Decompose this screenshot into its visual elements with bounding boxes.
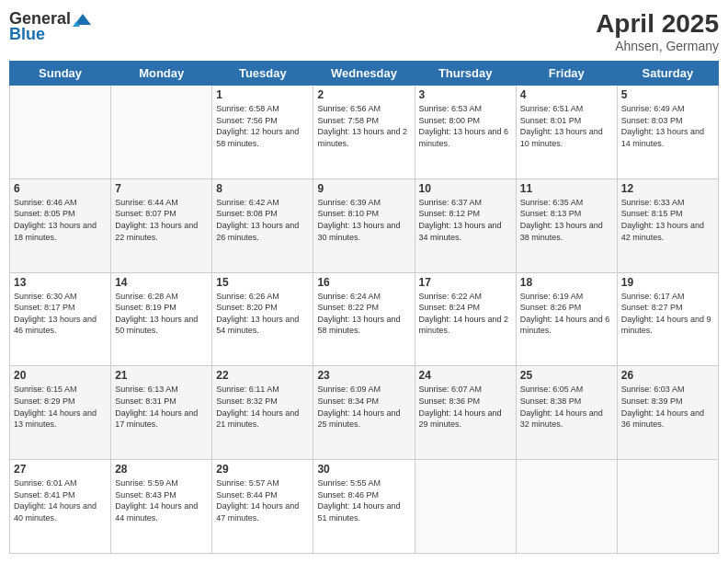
calendar-cell: 11Sunrise: 6:35 AMSunset: 8:13 PMDayligh… (516, 178, 617, 272)
day-number: 25 (520, 369, 613, 382)
calendar-cell: 22Sunrise: 6:11 AMSunset: 8:32 PMDayligh… (212, 366, 313, 460)
day-info: Sunrise: 6:39 AMSunset: 8:10 PMDaylight:… (317, 198, 400, 242)
calendar-cell: 17Sunrise: 6:22 AMSunset: 8:24 PMDayligh… (415, 272, 516, 366)
day-info: Sunrise: 6:56 AMSunset: 7:58 PMDaylight:… (317, 104, 407, 148)
calendar-cell: 30Sunrise: 5:55 AMSunset: 8:46 PMDayligh… (313, 460, 415, 554)
day-number: 23 (317, 369, 410, 382)
day-info: Sunrise: 6:49 AMSunset: 8:03 PMDaylight:… (621, 104, 704, 148)
day-number: 30 (317, 463, 410, 476)
day-info: Sunrise: 6:11 AMSunset: 8:32 PMDaylight:… (216, 385, 299, 429)
calendar-week-row: 20Sunrise: 6:15 AMSunset: 8:29 PMDayligh… (10, 366, 719, 460)
calendar-cell: 24Sunrise: 6:07 AMSunset: 8:36 PMDayligh… (415, 366, 516, 460)
day-info: Sunrise: 6:51 AMSunset: 8:01 PMDaylight:… (520, 104, 603, 148)
calendar-cell: 21Sunrise: 6:13 AMSunset: 8:31 PMDayligh… (111, 366, 212, 460)
day-of-week-header: Monday (111, 62, 212, 86)
day-number: 3 (419, 88, 512, 101)
day-info: Sunrise: 6:17 AMSunset: 8:27 PMDaylight:… (621, 292, 711, 336)
calendar-table: SundayMondayTuesdayWednesdayThursdayFrid… (9, 61, 719, 554)
logo-icon (73, 12, 93, 27)
day-number: 19 (621, 276, 714, 289)
day-number: 14 (115, 276, 208, 289)
title-block: April 2025 Ahnsen, Germany (596, 9, 719, 53)
day-info: Sunrise: 5:55 AMSunset: 8:46 PMDaylight:… (317, 478, 400, 523)
day-info: Sunrise: 6:58 AMSunset: 7:56 PMDaylight:… (216, 104, 299, 148)
day-info: Sunrise: 6:09 AMSunset: 8:34 PMDaylight:… (317, 385, 400, 429)
calendar-week-row: 13Sunrise: 6:30 AMSunset: 8:17 PMDayligh… (10, 272, 719, 366)
calendar-cell (617, 460, 718, 554)
day-info: Sunrise: 6:03 AMSunset: 8:39 PMDaylight:… (621, 385, 704, 429)
day-number: 20 (14, 369, 107, 382)
day-number: 13 (14, 276, 107, 289)
day-info: Sunrise: 6:28 AMSunset: 8:19 PMDaylight:… (115, 292, 198, 336)
day-info: Sunrise: 6:42 AMSunset: 8:08 PMDaylight:… (216, 198, 299, 242)
day-info: Sunrise: 6:01 AMSunset: 8:41 PMDaylight:… (14, 478, 97, 523)
day-of-week-header: Wednesday (313, 62, 415, 86)
calendar-header-row: SundayMondayTuesdayWednesdayThursdayFrid… (10, 62, 719, 86)
calendar-week-row: 6Sunrise: 6:46 AMSunset: 8:05 PMDaylight… (10, 178, 719, 272)
day-number: 5 (621, 88, 714, 101)
day-number: 9 (317, 182, 410, 195)
day-number: 21 (115, 369, 208, 382)
calendar-cell: 1Sunrise: 6:58 AMSunset: 7:56 PMDaylight… (212, 86, 313, 179)
calendar-cell: 12Sunrise: 6:33 AMSunset: 8:15 PMDayligh… (617, 178, 718, 272)
day-info: Sunrise: 6:44 AMSunset: 8:07 PMDaylight:… (115, 198, 198, 242)
calendar-week-row: 1Sunrise: 6:58 AMSunset: 7:56 PMDaylight… (10, 86, 719, 179)
day-of-week-header: Tuesday (212, 62, 313, 86)
calendar-cell: 9Sunrise: 6:39 AMSunset: 8:10 PMDaylight… (313, 178, 415, 272)
day-number: 26 (621, 369, 714, 382)
day-info: Sunrise: 6:35 AMSunset: 8:13 PMDaylight:… (520, 198, 603, 242)
day-info: Sunrise: 6:37 AMSunset: 8:12 PMDaylight:… (419, 198, 502, 242)
calendar-cell: 16Sunrise: 6:24 AMSunset: 8:22 PMDayligh… (313, 272, 415, 366)
day-number: 8 (216, 182, 309, 195)
day-number: 12 (621, 182, 714, 195)
calendar-cell: 29Sunrise: 5:57 AMSunset: 8:44 PMDayligh… (212, 460, 313, 554)
day-number: 2 (317, 88, 410, 101)
logo-blue-text: Blue (9, 25, 45, 44)
day-info: Sunrise: 6:26 AMSunset: 8:20 PMDaylight:… (216, 292, 299, 336)
day-number: 27 (14, 463, 107, 476)
calendar-cell: 14Sunrise: 6:28 AMSunset: 8:19 PMDayligh… (111, 272, 212, 366)
page: General Blue April 2025 Ahnsen, Germany … (0, 0, 728, 563)
header: General Blue April 2025 Ahnsen, Germany (9, 9, 719, 53)
day-info: Sunrise: 6:13 AMSunset: 8:31 PMDaylight:… (115, 385, 198, 429)
day-info: Sunrise: 6:07 AMSunset: 8:36 PMDaylight:… (419, 385, 502, 429)
calendar-cell: 18Sunrise: 6:19 AMSunset: 8:26 PMDayligh… (516, 272, 617, 366)
day-info: Sunrise: 6:22 AMSunset: 8:24 PMDaylight:… (419, 292, 509, 336)
day-of-week-header: Friday (516, 62, 617, 86)
day-of-week-header: Thursday (415, 62, 516, 86)
day-number: 18 (520, 276, 613, 289)
calendar-cell: 25Sunrise: 6:05 AMSunset: 8:38 PMDayligh… (516, 366, 617, 460)
month-year: April 2025 (596, 9, 719, 39)
day-info: Sunrise: 6:46 AMSunset: 8:05 PMDaylight:… (14, 198, 97, 242)
day-number: 22 (216, 369, 309, 382)
calendar-cell (415, 460, 516, 554)
day-number: 10 (419, 182, 512, 195)
calendar-cell (10, 86, 111, 179)
day-info: Sunrise: 6:19 AMSunset: 8:26 PMDaylight:… (520, 292, 610, 336)
day-number: 15 (216, 276, 309, 289)
calendar-cell (516, 460, 617, 554)
day-info: Sunrise: 6:30 AMSunset: 8:17 PMDaylight:… (14, 292, 97, 336)
calendar-cell: 10Sunrise: 6:37 AMSunset: 8:12 PMDayligh… (415, 178, 516, 272)
calendar-cell: 26Sunrise: 6:03 AMSunset: 8:39 PMDayligh… (617, 366, 718, 460)
day-number: 6 (14, 182, 107, 195)
logo: General Blue (9, 9, 93, 44)
day-info: Sunrise: 5:57 AMSunset: 8:44 PMDaylight:… (216, 478, 299, 523)
day-number: 4 (520, 88, 613, 101)
calendar-cell: 15Sunrise: 6:26 AMSunset: 8:20 PMDayligh… (212, 272, 313, 366)
calendar-cell: 23Sunrise: 6:09 AMSunset: 8:34 PMDayligh… (313, 366, 415, 460)
calendar-cell: 13Sunrise: 6:30 AMSunset: 8:17 PMDayligh… (10, 272, 111, 366)
calendar-cell (111, 86, 212, 179)
day-info: Sunrise: 6:05 AMSunset: 8:38 PMDaylight:… (520, 385, 603, 429)
calendar-cell: 20Sunrise: 6:15 AMSunset: 8:29 PMDayligh… (10, 366, 111, 460)
day-number: 24 (419, 369, 512, 382)
day-info: Sunrise: 6:24 AMSunset: 8:22 PMDaylight:… (317, 292, 400, 336)
calendar-cell: 27Sunrise: 6:01 AMSunset: 8:41 PMDayligh… (10, 460, 111, 554)
day-info: Sunrise: 5:59 AMSunset: 8:43 PMDaylight:… (115, 478, 198, 523)
day-number: 16 (317, 276, 410, 289)
day-number: 7 (115, 182, 208, 195)
day-number: 1 (216, 88, 309, 101)
day-of-week-header: Sunday (10, 62, 111, 86)
calendar-cell: 28Sunrise: 5:59 AMSunset: 8:43 PMDayligh… (111, 460, 212, 554)
calendar-cell: 4Sunrise: 6:51 AMSunset: 8:01 PMDaylight… (516, 86, 617, 179)
